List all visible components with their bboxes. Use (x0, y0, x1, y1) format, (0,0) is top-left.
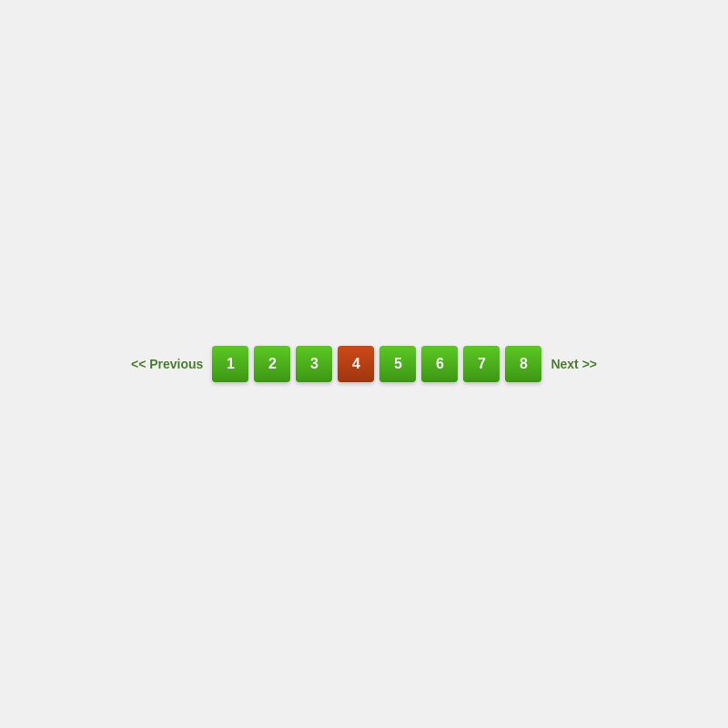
page-6-button[interactable]: 6 (421, 346, 458, 382)
page-4-button[interactable]: 4 (338, 346, 374, 382)
prev-button[interactable]: << Previous (127, 357, 207, 371)
page-2-button[interactable]: 2 (254, 346, 290, 382)
next-button[interactable]: Next >> (547, 357, 601, 371)
page-5-button[interactable]: 5 (379, 346, 416, 382)
page-1-button[interactable]: 1 (212, 346, 248, 382)
page-8-button[interactable]: 8 (505, 346, 541, 382)
pagination: << Previous 1 2 3 4 5 6 7 8 Next >> (127, 346, 601, 382)
page-7-button[interactable]: 7 (463, 346, 500, 382)
page-3-button[interactable]: 3 (296, 346, 332, 382)
